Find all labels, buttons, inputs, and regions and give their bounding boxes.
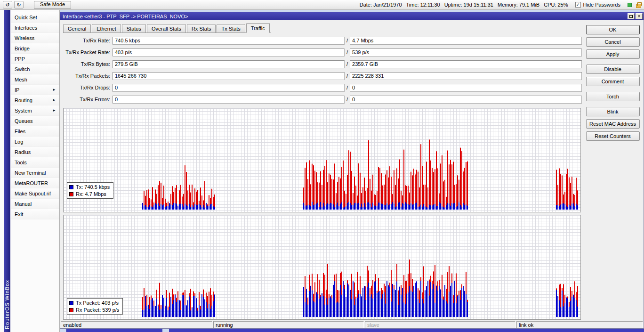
field-label: Tx/Rx Rate: (63, 38, 110, 43)
apply-button[interactable]: Apply (586, 49, 640, 59)
workspace: Interface <ether3 - PTP_SFP -> PORTEIRAS… (60, 10, 644, 332)
status-slave: slave (365, 321, 515, 328)
uptime-stat: Uptime: 19d 15:11:31 (444, 2, 493, 8)
tab-bar: General Ethernet Status Overall Stats Rx… (63, 23, 271, 33)
date-label: Date: (360, 2, 372, 8)
sidebar: RouterOS WinBox Quick Set Interfaces Wir… (0, 10, 60, 332)
hscroll-left-button[interactable] (60, 329, 66, 332)
tx-errors-field[interactable]: 0 (113, 96, 345, 104)
blink-button[interactable]: Blink (586, 107, 640, 116)
close-button[interactable]: × (636, 13, 643, 19)
tab-tx-stats[interactable]: Tx Stats (217, 24, 245, 33)
rx-drops-field[interactable]: 0 (350, 84, 582, 92)
sidebar-item-make-supout[interactable]: Make Supout.rif (11, 188, 59, 199)
sidebar-item-manual[interactable]: Manual (11, 199, 59, 209)
tab-ethernet[interactable]: Ethernet (92, 24, 121, 33)
packet-rate-legend: Tx Packet: 403 p/s Rx Packet: 539 p/s (67, 298, 123, 315)
tx-rx-packets-row: Tx/Rx Packets: 1645 266 730 / 2225 228 3… (63, 72, 582, 80)
sidebar-item-files[interactable]: Files (11, 126, 59, 137)
routeros-winbox-banner: RouterOS WinBox (4, 10, 10, 332)
packet-rate-graph: Tx Packet: 403 p/s Rx Packet: 539 p/s (63, 215, 581, 320)
comment-button[interactable]: Comment (586, 77, 640, 86)
tx-rx-drops-row: Tx/Rx Drops: 0 / 0 (63, 83, 582, 92)
tx-drops-field[interactable]: 0 (113, 84, 345, 92)
tab-status[interactable]: Status (122, 24, 146, 33)
top-toolbar: ↺ ↻ Safe Mode Date: Jan/21/1970 Time: 12… (0, 0, 644, 10)
tab-overall-stats[interactable]: Overall Stats (147, 24, 186, 33)
sidebar-item-tools[interactable]: Tools (11, 157, 59, 168)
sidebar-item-log[interactable]: Log (11, 137, 59, 147)
disable-button[interactable]: Disable (586, 65, 640, 74)
sidebar-item-radius[interactable]: Radius (11, 147, 59, 157)
undo-button[interactable]: ↺ (3, 1, 12, 8)
checkmark-icon: ✓ (576, 3, 580, 7)
tx-rx-errors-row: Tx/Rx Errors: 0 / 0 (63, 95, 582, 104)
brand-text: RouterOS WinBox (4, 277, 10, 332)
undo-icon: ↺ (5, 2, 9, 8)
hscroll-thumb[interactable] (162, 329, 169, 332)
submenu-arrow-icon: ► (52, 88, 56, 92)
submenu-arrow-icon: ► (52, 108, 56, 113)
field-separator: / (346, 49, 348, 55)
main-menu: Quick Set Interfaces Wireless Bridge PPP… (11, 10, 59, 219)
time-label: Time: (406, 2, 419, 8)
field-separator: / (346, 38, 348, 43)
tx-packets-field[interactable]: 1645 266 730 (113, 72, 345, 80)
torch-button[interactable]: Torch (586, 92, 640, 101)
uptime-label: Uptime: (444, 2, 462, 8)
rx-packet-rate-field[interactable]: 539 p/s (350, 49, 582, 57)
tx-rate-field[interactable]: 740.5 kbps (113, 37, 345, 45)
rx-packets-field[interactable]: 2225 228 331 (350, 72, 582, 80)
redo-icon: ↻ (16, 2, 21, 8)
tx-legend-swatch (69, 185, 73, 189)
sidebar-item-switch[interactable]: Switch (11, 64, 59, 74)
sidebar-item-routing[interactable]: Routing► (11, 95, 59, 105)
sidebar-item-mesh[interactable]: Mesh (11, 74, 59, 85)
sidebar-item-system[interactable]: System► (11, 105, 59, 116)
rx-rate-field[interactable]: 4.7 Mbps (350, 37, 582, 45)
time-value: 12:11:30 (420, 2, 440, 8)
cpu-stat: CPU: 25% (544, 2, 568, 8)
memory-value: 79.1 MiB (519, 2, 539, 8)
reset-counters-button[interactable]: Reset Counters (586, 131, 640, 141)
rx-legend-text: Rx: 4.7 Mbps (76, 191, 106, 197)
status-running: running (213, 321, 364, 328)
reset-mac-address-button[interactable]: Reset MAC Address (586, 119, 640, 129)
sidebar-item-ppp[interactable]: PPP (11, 54, 59, 64)
uptime-value: 19d 15:11:31 (464, 2, 493, 8)
sidebar-item-bridge[interactable]: Bridge (11, 43, 59, 54)
sidebar-item-ip[interactable]: IP► (11, 85, 59, 95)
traffic-rate-canvas (64, 108, 580, 212)
redo-button[interactable]: ↻ (14, 1, 24, 8)
tx-packet-rate-field[interactable]: 403 p/s (113, 49, 345, 57)
sidebar-item-exit[interactable]: Exit (11, 209, 59, 219)
tab-rx-stats[interactable]: Rx Stats (187, 24, 216, 33)
restore-button[interactable] (628, 13, 635, 19)
sidebar-item-queues[interactable]: Queues (11, 116, 59, 126)
window-titlebar[interactable]: Interface <ether3 - PTP_SFP -> PORTEIRAS… (60, 12, 644, 20)
close-icon: × (638, 14, 641, 19)
sidebar-item-quick-set[interactable]: Quick Set (11, 12, 59, 23)
ok-button[interactable]: OK (586, 25, 640, 34)
tx-bytes-field[interactable]: 279.5 GiB (113, 60, 345, 68)
sidebar-item-interfaces[interactable]: Interfaces (11, 23, 59, 33)
sidebar-item-wireless[interactable]: Wireless (11, 33, 59, 43)
rx-errors-field[interactable]: 0 (350, 96, 582, 104)
tab-traffic[interactable]: Traffic (246, 23, 270, 33)
field-label: Tx/Rx Packets: (63, 73, 110, 79)
submenu-arrow-icon: ► (52, 98, 56, 102)
action-button-column: OK Cancel Apply Disable Comment Torch Bl… (582, 20, 644, 321)
sidebar-item-metarouter[interactable]: MetaROUTER (11, 178, 59, 188)
rx-packet-legend-swatch (69, 308, 73, 312)
rx-bytes-field[interactable]: 2359.7 GiB (350, 60, 582, 68)
workspace-hscrollbar[interactable] (60, 329, 644, 332)
traffic-rate-legend: Tx: 740.5 kbps Rx: 4.7 Mbps (67, 182, 113, 199)
hide-passwords-checkbox[interactable]: ✓ (575, 2, 581, 8)
safe-mode-button[interactable]: Safe Mode (34, 1, 71, 9)
tx-rx-rate-row: Tx/Rx Rate: 740.5 kbps / 4.7 Mbps (63, 36, 582, 45)
rx-packet-legend-text: Rx Packet: 539 p/s (76, 307, 119, 313)
field-separator: / (346, 73, 348, 79)
sidebar-item-new-terminal[interactable]: New Terminal (11, 168, 59, 178)
cancel-button[interactable]: Cancel (586, 37, 640, 47)
tab-general[interactable]: General (63, 24, 91, 33)
